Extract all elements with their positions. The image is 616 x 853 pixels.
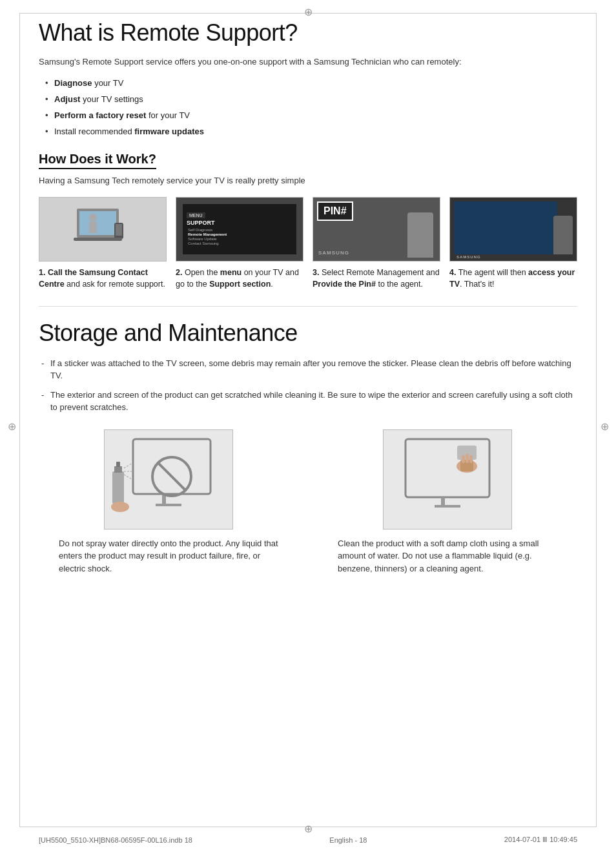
cloth-image — [383, 429, 512, 529]
reg-mark-top: ⊕ — [302, 5, 314, 18]
agent-silhouette — [553, 216, 573, 254]
step-4-image: SAMSUNG — [449, 197, 577, 262]
step-num: 3. — [313, 268, 319, 277]
tv-screen: MENU SUPPORT Self Diagnosis Remote Manag… — [183, 204, 296, 254]
cloth-svg — [386, 433, 509, 526]
step-text: Open the menu on your TV and go to the S… — [176, 268, 299, 289]
step-4: SAMSUNG 4. The agent will then access yo… — [449, 197, 577, 290]
step-2: MENU SUPPORT Self Diagnosis Remote Manag… — [176, 197, 303, 290]
step-num: 1. — [39, 268, 45, 277]
bullet-text: your TV settings — [83, 94, 143, 104]
bullet-bold: Adjust — [54, 94, 80, 104]
tv-screen — [454, 201, 557, 254]
cloth-block: Clean the product with a soft damp cloth… — [318, 429, 577, 575]
storage-list-item: If a sticker was attached to the TV scre… — [39, 357, 577, 382]
section-divider — [39, 306, 577, 307]
menu-item-active: Remote Management — [187, 232, 227, 236]
bullet-text: your TV — [94, 78, 123, 88]
step-num: 4. — [449, 268, 456, 277]
border-right — [596, 13, 597, 827]
storage-list-item: The exterior and screen of the product c… — [39, 389, 577, 414]
step-num: 2. — [176, 268, 182, 277]
menu-label: MENU — [187, 212, 205, 218]
reg-mark-right: ⊕ — [598, 420, 611, 433]
remote-support-title: What is Remote Support? — [39, 19, 577, 46]
list-item: Diagnose your TV — [45, 77, 577, 89]
no-spray-image — [104, 429, 233, 529]
step-1-image — [39, 197, 167, 262]
step-text: Select Remote Management and Provide the… — [313, 268, 440, 289]
storage-images: Do not spray water directly onto the pro… — [39, 429, 577, 575]
svg-rect-8 — [143, 442, 201, 489]
svg-rect-6 — [74, 238, 122, 241]
svg-rect-1 — [79, 211, 116, 235]
reg-mark-left: ⊕ — [5, 420, 18, 433]
step-2-image: MENU SUPPORT Self Diagnosis Remote Manag… — [176, 197, 303, 262]
pin-overlay: PIN# — [317, 201, 353, 221]
no-spray-caption: Do not spray water directly onto the pro… — [59, 537, 278, 575]
svg-rect-29 — [469, 455, 473, 463]
svg-rect-5 — [116, 224, 122, 236]
svg-rect-23 — [435, 505, 460, 508]
remote-support-section: What is Remote Support? Samsung's Remote… — [39, 19, 577, 291]
bullet-bold: Perform a factory reset — [54, 110, 146, 120]
bullet-bold: Diagnose — [54, 78, 92, 88]
svg-rect-28 — [466, 454, 469, 463]
feature-list: Diagnose your TV Adjust your TV settings… — [39, 77, 577, 138]
how-it-works-desc: Having a Samsung Tech remotely service y… — [39, 176, 577, 185]
bullet-text: for your TV — [149, 110, 190, 120]
step-1-desc: 1. Call the Samsung Contact Centre and a… — [39, 267, 167, 290]
storage-title: Storage and Maintenance — [39, 320, 577, 347]
intro-text: Samsung's Remote Support service offers … — [39, 56, 577, 68]
menu-item: Software Update — [187, 237, 217, 241]
cloth-caption: Clean the product with a soft damp cloth… — [338, 537, 557, 575]
laptop-illustration — [70, 203, 135, 255]
step-2-desc: 2. Open the menu on your TV and go to th… — [176, 267, 303, 290]
svg-point-17 — [111, 502, 129, 512]
step-3-desc: 3. Select Remote Management and Provide … — [313, 267, 440, 290]
support-label: SUPPORT — [187, 220, 215, 226]
page-footer: [UH5500_5510-XH]BN68-06595F-00L16.indb 1… — [0, 836, 616, 844]
svg-point-2 — [89, 214, 97, 221]
samsung-text: SAMSUNG — [318, 250, 349, 256]
step-1: 1. Call the Samsung Contact Centre and a… — [39, 197, 167, 290]
list-item: Install recommended firmware updates — [45, 126, 577, 138]
svg-rect-13 — [116, 462, 120, 467]
footer-left: [UH5500_5510-XH]BN68-06595F-00L16.indb 1… — [39, 836, 192, 844]
svg-line-14 — [124, 464, 132, 468]
bullet-bold: firmware updates — [134, 127, 204, 136]
border-left — [19, 13, 20, 827]
step-4-desc: 4. The agent will then access your TV. T… — [449, 267, 577, 290]
menu-item: Contact Samsung — [187, 242, 219, 245]
svg-rect-11 — [112, 471, 124, 504]
reg-mark-bottom: ⊕ — [302, 822, 314, 835]
step-3-image: PIN# SAMSUNG — [313, 197, 440, 262]
svg-rect-12 — [114, 466, 122, 473]
storage-list: If a sticker was attached to the TV scre… — [39, 357, 577, 414]
svg-rect-10 — [156, 504, 181, 506]
how-it-works-title: How Does it Work? — [39, 152, 156, 169]
samsung-logo: SAMSUNG — [457, 255, 481, 259]
footer-center: English - 18 — [329, 836, 367, 844]
no-spray-svg — [107, 433, 230, 526]
bullet-text: Install recommended — [54, 127, 134, 136]
storage-maintenance-section: Storage and Maintenance If a sticker was… — [39, 320, 577, 575]
svg-line-16 — [124, 475, 132, 479]
list-item: Perform a factory reset for your TV — [45, 110, 577, 121]
step-3: PIN# SAMSUNG 3. Select Remote Management… — [313, 197, 440, 290]
menu-item: Self Diagnosis — [187, 228, 212, 232]
person-silhouette — [407, 212, 433, 258]
svg-rect-3 — [89, 221, 97, 233]
step-text: Call the Samsung Contact Centre and ask … — [39, 268, 165, 289]
no-spray-block: Do not spray water directly onto the pro… — [39, 429, 298, 575]
steps-grid: 1. Call the Samsung Contact Centre and a… — [39, 197, 577, 290]
svg-rect-27 — [462, 455, 465, 463]
list-item: Adjust your TV settings — [45, 94, 577, 105]
footer-right: 2014-07-01 Ⅲ 10:49:45 — [504, 836, 577, 844]
step-text: The agent will then access your TV. That… — [449, 268, 575, 289]
svg-rect-22 — [441, 497, 445, 505]
